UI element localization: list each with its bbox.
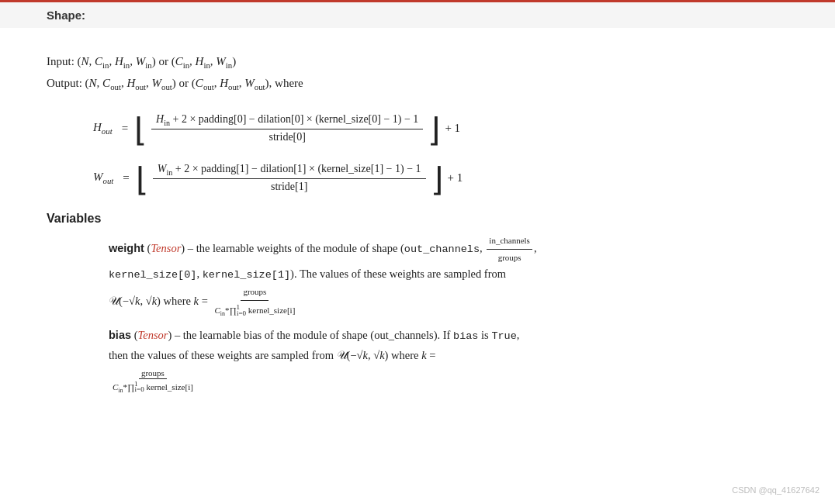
weight-fraction: in_channels groups (487, 233, 532, 264)
weight-frac-den: groups (496, 250, 524, 265)
w-denominator: stride[1] (266, 179, 312, 193)
floor-right-w: ⌋ (431, 164, 443, 196)
h-out-lhs: Hout (93, 121, 113, 136)
floor-left-h: ⌊ (134, 114, 147, 147)
bias-name: bias (109, 329, 131, 341)
io-description: Input: (N, Cin, Hin, Win) or (Cin, Hin, … (47, 51, 788, 95)
h-denominator: stride[0] (265, 129, 310, 143)
weight-k-num: groups (241, 285, 269, 301)
variables-title: Variables (47, 212, 788, 226)
bias-var-item: bias (Tensor) – the learnable bias of th… (109, 326, 788, 365)
h-numerator: Hin + 2 × padding[0] − dilation[0] × (ke… (151, 113, 423, 129)
h-plus-one: + 1 (445, 122, 460, 135)
input-line: Input: (N, Cin, Hin, Win) or (Cin, Hin, … (47, 51, 788, 73)
bias-k-den: Cin*∏1i=0 kernel_size[i] (110, 379, 196, 394)
variables-section: Variables weight (Tensor) – the learnabl… (47, 212, 788, 394)
h-out-formula: Hout = ⌊ Hin + 2 × padding[0] − dilation… (93, 112, 788, 145)
h-fraction: Hin + 2 × padding[0] − dilation[0] × (ke… (151, 113, 423, 143)
bias-k-fraction: groups Cin*∏1i=0 kernel_size[i] (110, 368, 196, 394)
csdn-watermark: CSDN @qq_41627642 (732, 485, 819, 495)
weight-k-fraction: groups Cin*∏1i=0 kernel_size[i] (212, 285, 297, 319)
weight-tensor-link[interactable]: Tensor (151, 241, 181, 254)
w-numerator: Win + 2 × padding[1] − dilation[1] × (ke… (153, 163, 426, 179)
content-area: Input: (N, Cin, Hin, Win) or (Cin, Hin, … (0, 28, 835, 409)
floor-right-h: ⌋ (428, 114, 440, 147)
var-list: weight (Tensor) – the learnable weights … (109, 233, 788, 394)
bias-k-line: groups Cin*∏1i=0 kernel_size[i] (109, 368, 788, 394)
bias-k-num: groups (139, 368, 167, 379)
weight-frac-num: in_channels (487, 233, 532, 250)
shape-header: Shape: (0, 0, 835, 28)
w-out-lhs: Wout (93, 171, 113, 185)
output-line: Output: (N, Cout, Hout, Wout) or (Cout, … (47, 73, 788, 95)
shape-label: Shape: (47, 9, 85, 22)
weight-var-item: weight (Tensor) – the learnable weights … (109, 233, 788, 319)
w-out-formula: Wout = ⌊ Win + 2 × padding[1] − dilation… (93, 162, 788, 195)
floor-left-w: ⌊ (136, 164, 148, 196)
weight-k-den: Cin*∏1i=0 kernel_size[i] (212, 301, 297, 319)
page-wrapper: Shape: Input: (N, Cin, Hin, Win) or (Cin… (0, 0, 835, 504)
weight-name: weight (109, 241, 144, 254)
w-plus-one: + 1 (448, 171, 463, 185)
weight-u-formula: 𝒰(−√k, √k) where k = groups Cin*∏1i=0 ke… (109, 295, 299, 307)
w-fraction: Win + 2 × padding[1] − dilation[1] × (ke… (153, 163, 426, 193)
bias-tensor-link[interactable]: Tensor (137, 329, 168, 341)
